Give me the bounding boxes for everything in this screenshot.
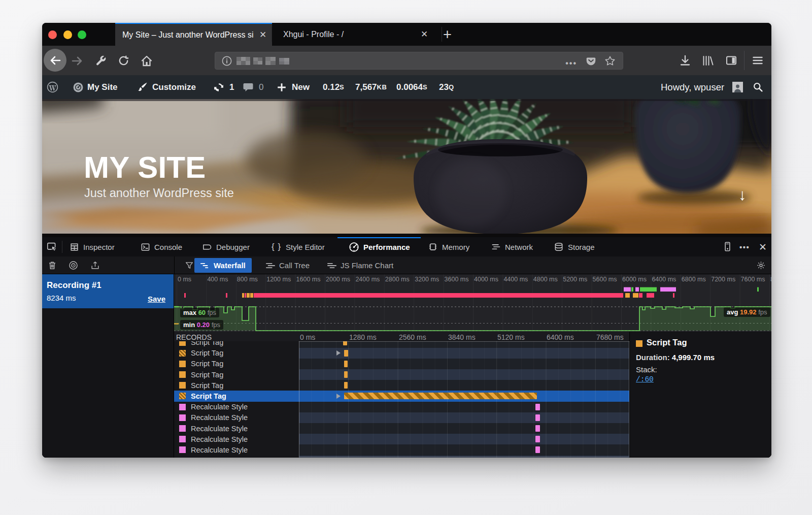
svg-text:2000 ms: 2000 ms [326,276,350,283]
svg-text:800 ms: 800 ms [237,276,258,283]
svg-text:7200 ms: 7200 ms [711,276,735,283]
svg-text:2400 ms: 2400 ms [355,276,380,283]
svg-text:6800 ms: 6800 ms [682,276,706,283]
svg-text:5600 ms: 5600 ms [593,276,617,283]
svg-text:1200 ms: 1200 ms [266,276,291,283]
svg-text:8000: 8000 [770,276,771,283]
svg-text:400 ms: 400 ms [207,276,228,283]
svg-text:0 ms: 0 ms [178,276,191,283]
svg-text:3600 ms: 3600 ms [445,276,469,283]
svg-text:4800 ms: 4800 ms [533,276,558,283]
svg-text:6400 ms: 6400 ms [652,276,676,283]
svg-text:4400 ms: 4400 ms [503,276,528,283]
svg-text:7600 ms: 7600 ms [741,276,765,283]
svg-text:5200 ms: 5200 ms [563,276,587,283]
svg-text:6000 ms: 6000 ms [622,276,647,283]
svg-text:4000 ms: 4000 ms [474,276,498,283]
svg-text:1600 ms: 1600 ms [296,276,321,283]
svg-text:2800 ms: 2800 ms [385,276,410,283]
svg-text:3200 ms: 3200 ms [415,276,439,283]
